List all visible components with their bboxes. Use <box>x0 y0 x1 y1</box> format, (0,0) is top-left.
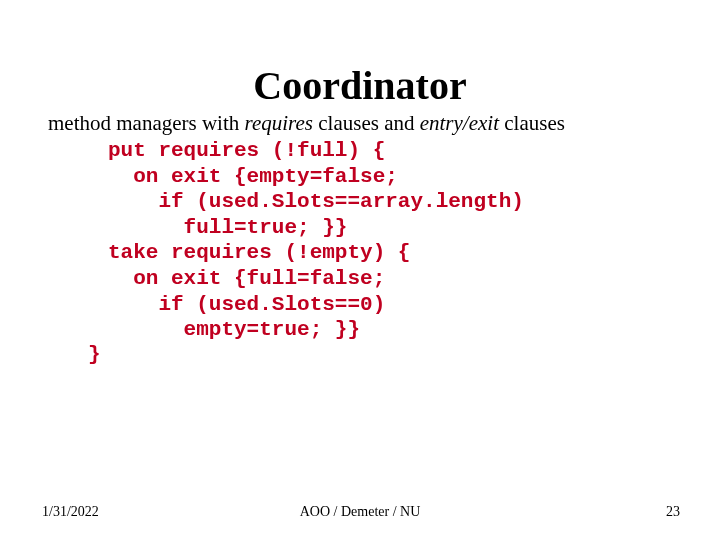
code-line-7: if (used.Slots==0) <box>108 293 385 316</box>
code-line-1: put requires (!full) { <box>108 139 385 162</box>
footer-center: AOO / Demeter / NU <box>0 504 720 520</box>
subtitle-italic-1: requires <box>245 111 313 135</box>
code-line-3: if (used.Slots==array.length) <box>108 190 524 213</box>
subtitle-text-1: method managers with <box>48 111 245 135</box>
slide-subtitle: method managers with requires clauses an… <box>48 111 720 136</box>
subtitle-text-3: clauses <box>499 111 565 135</box>
subtitle-italic-2: entry/exit <box>420 111 499 135</box>
footer-date: 1/31/2022 <box>42 504 99 520</box>
code-line-4: full=true; }} <box>108 216 347 239</box>
code-line-8: empty=true; }} <box>108 318 360 341</box>
code-line-2: on exit {empty=false; <box>108 165 398 188</box>
code-line-6: on exit {full=false; <box>108 267 385 290</box>
slide-title: Coordinator <box>0 62 720 109</box>
code-line-5: take requires (!empty) { <box>108 241 410 264</box>
slide-footer: 1/31/2022 AOO / Demeter / NU 23 <box>0 504 720 520</box>
footer-page-number: 23 <box>666 504 680 520</box>
code-block: put requires (!full) { on exit {empty=fa… <box>108 138 720 343</box>
subtitle-text-2: clauses and <box>313 111 420 135</box>
code-close-brace: } <box>88 343 720 366</box>
